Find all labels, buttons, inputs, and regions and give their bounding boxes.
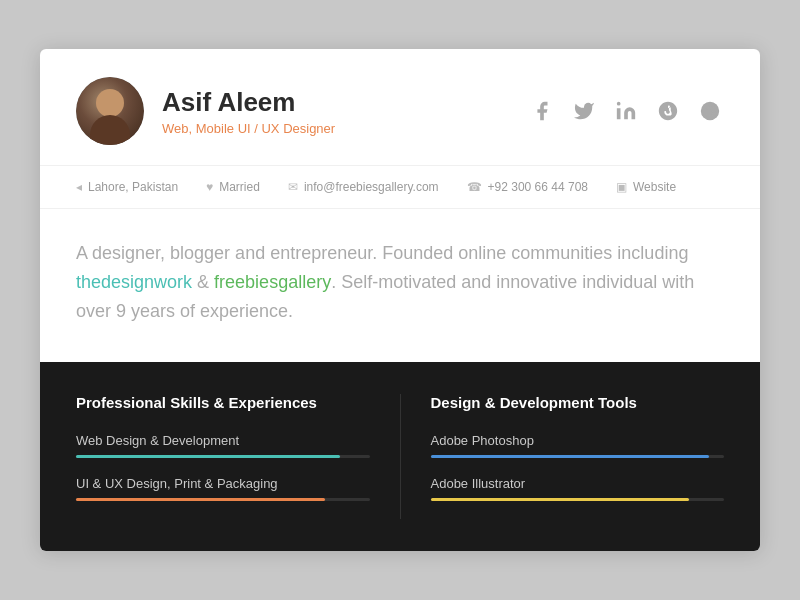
- skill-label-photoshop: Adobe Photoshop: [431, 433, 725, 448]
- skill-item-ui: UI & UX Design, Print & Packaging: [76, 476, 370, 501]
- bio-text: A designer, blogger and entrepreneur. Fo…: [76, 239, 724, 325]
- social-icons-bar: [528, 97, 724, 125]
- svg-point-1: [701, 102, 719, 120]
- skill-bar-photoshop-fill: [431, 455, 710, 458]
- name-block: Asif Aleem Web, Mobile UI / UX Designer: [162, 87, 335, 136]
- skill-bar-web-fill: [76, 455, 340, 458]
- status-item: ♥ Married: [206, 180, 260, 194]
- location-text: Lahore, Pakistan: [88, 180, 178, 194]
- skill-bar-illustrator-bg: [431, 498, 725, 501]
- heart-icon: ♥: [206, 180, 213, 194]
- svg-point-0: [617, 102, 621, 106]
- skills-left-col: Professional Skills & Experiences Web De…: [76, 394, 400, 519]
- skill-label-illustrator: Adobe Illustrator: [431, 476, 725, 491]
- profile-name: Asif Aleem: [162, 87, 335, 118]
- bio-text-before: A designer, blogger and entrepreneur. Fo…: [76, 243, 688, 263]
- skill-bar-ui-fill: [76, 498, 325, 501]
- header-section: Asif Aleem Web, Mobile UI / UX Designer: [40, 49, 760, 166]
- skill-label-ui: UI & UX Design, Print & Packaging: [76, 476, 370, 491]
- resume-card: Asif Aleem Web, Mobile UI / UX Designer: [40, 49, 760, 550]
- skills-right-col: Design & Development Tools Adobe Photosh…: [400, 394, 725, 519]
- skills-left-title: Professional Skills & Experiences: [76, 394, 370, 411]
- website-item[interactable]: ▣ Website: [616, 180, 676, 194]
- skill-bar-ui-bg: [76, 498, 370, 501]
- location-icon: ◂: [76, 180, 82, 194]
- phone-item: ☎ +92 300 66 44 708: [467, 180, 588, 194]
- linkedin-icon[interactable]: [612, 97, 640, 125]
- monitor-icon: ▣: [616, 180, 627, 194]
- facebook-icon[interactable]: [528, 97, 556, 125]
- bio-section: A designer, blogger and entrepreneur. Fo…: [40, 209, 760, 361]
- profile-info: Asif Aleem Web, Mobile UI / UX Designer: [76, 77, 335, 145]
- skill-bar-photoshop-bg: [431, 455, 725, 458]
- avatar: [76, 77, 144, 145]
- skill-bar-web-bg: [76, 455, 370, 458]
- email-icon: ✉: [288, 180, 298, 194]
- skill-item-photoshop: Adobe Photoshop: [431, 433, 725, 458]
- info-bar: ◂ Lahore, Pakistan ♥ Married ✉ info@free…: [40, 166, 760, 209]
- profile-subtitle: Web, Mobile UI / UX Designer: [162, 121, 335, 136]
- freebiesgallery-link[interactable]: freebiesgallery: [214, 272, 331, 292]
- bio-text-between: &: [192, 272, 214, 292]
- phone-icon: ☎: [467, 180, 482, 194]
- skills-right-title: Design & Development Tools: [431, 394, 725, 411]
- skill-bar-illustrator-fill: [431, 498, 689, 501]
- website-text: Website: [633, 180, 676, 194]
- dribbble-icon[interactable]: [696, 97, 724, 125]
- email-item: ✉ info@freebiesgallery.com: [288, 180, 439, 194]
- skill-item-illustrator: Adobe Illustrator: [431, 476, 725, 501]
- location-item: ◂ Lahore, Pakistan: [76, 180, 178, 194]
- skills-section: Professional Skills & Experiences Web De…: [40, 362, 760, 551]
- email-text: info@freebiesgallery.com: [304, 180, 439, 194]
- skill-label-web: Web Design & Development: [76, 433, 370, 448]
- skype-icon[interactable]: [654, 97, 682, 125]
- twitter-icon[interactable]: [570, 97, 598, 125]
- phone-text: +92 300 66 44 708: [488, 180, 588, 194]
- status-text: Married: [219, 180, 260, 194]
- skill-item-web: Web Design & Development: [76, 433, 370, 458]
- thedesignwork-link[interactable]: thedesignwork: [76, 272, 192, 292]
